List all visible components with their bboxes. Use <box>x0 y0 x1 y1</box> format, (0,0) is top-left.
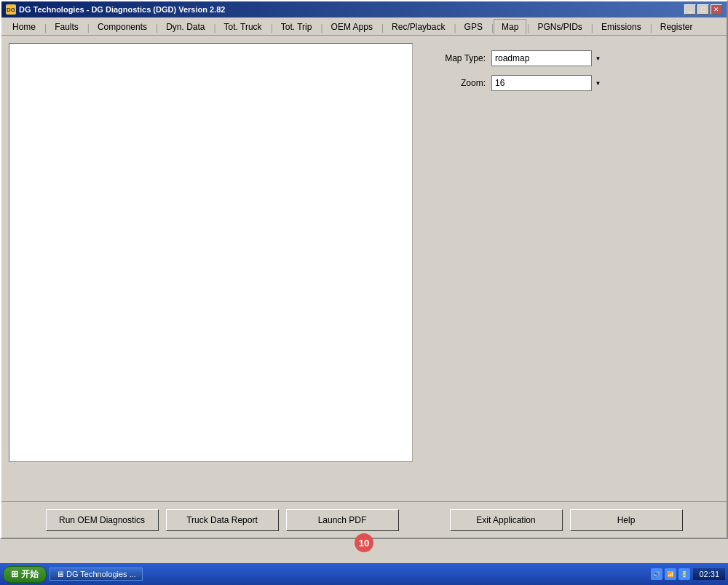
tab-tot-truck[interactable]: Tot. Truck <box>216 19 270 35</box>
taskbar: ⊞ 开始 🖥 DG Technologies ... 🔊 📶 🔋 02:31 <box>0 563 728 585</box>
truck-data-button[interactable]: Truck Data Report <box>166 509 279 531</box>
taskbar-right: 🔊 📶 🔋 02:31 <box>651 568 725 580</box>
taskbar-items: 🖥 DG Technologies ... <box>50 568 648 581</box>
close-button[interactable]: ✕ <box>711 4 722 15</box>
window-controls: _ □ ✕ <box>684 4 722 15</box>
tray-icon-3: 🔋 <box>678 568 690 580</box>
zoom-label: Zoom: <box>427 78 486 88</box>
tray-icons: 🔊 📶 🔋 <box>651 568 690 580</box>
window-title: DG Technologies - DG Diagnostics (DGD) V… <box>19 5 225 14</box>
map-type-label: Map Type: <box>427 53 486 63</box>
map-type-select[interactable]: roadmap satellite terrain hybrid <box>491 50 604 66</box>
taskbar-app-item[interactable]: 🖥 DG Technologies ... <box>50 568 143 581</box>
main-content: Map Type: roadmap satellite terrain hybr… <box>1 36 727 501</box>
taskbar-clock: 02:31 <box>693 568 725 580</box>
zoom-row: Zoom: 10 11 12 13 14 15 16 17 18 ▼ <box>427 75 712 91</box>
tray-icon-2: 📶 <box>665 568 676 580</box>
exit-application-button[interactable]: Exit Application <box>450 509 563 531</box>
minimize-button[interactable]: _ <box>684 4 696 15</box>
map-type-select-wrapper: roadmap satellite terrain hybrid ▼ <box>491 50 604 66</box>
bottom-bar: Run OEM Diagnostics Truck Data Report La… <box>1 501 727 538</box>
app-icon: DG <box>6 4 16 15</box>
tab-tot-trip[interactable]: Tot. Trip <box>273 19 320 35</box>
launch-pdf-button[interactable]: Launch PDF <box>286 509 399 531</box>
help-button[interactable]: Help <box>570 509 683 531</box>
windows-flag-icon: ⊞ <box>11 569 18 579</box>
taskbar-icon: 🖥 <box>56 570 64 578</box>
right-panel: Map Type: roadmap satellite terrain hybr… <box>420 43 719 494</box>
tab-map[interactable]: Map <box>494 19 526 35</box>
tab-pgns-pids[interactable]: PGNs/PIDs <box>529 19 590 35</box>
tab-rec-playback[interactable]: Rec/Playback <box>384 19 453 35</box>
main-window: DG DG Technologies - DG Diagnostics (DGD… <box>0 0 728 539</box>
restore-button[interactable]: □ <box>697 4 709 15</box>
tab-emissions[interactable]: Emissions <box>593 19 649 35</box>
taskbar-item-label: DG Technologies ... <box>66 570 136 578</box>
tab-faults[interactable]: Faults <box>47 19 87 35</box>
tab-register[interactable]: Register <box>652 19 701 35</box>
map-type-row: Map Type: roadmap satellite terrain hybr… <box>427 50 712 66</box>
tab-dyn-data[interactable]: Dyn. Data <box>158 19 213 35</box>
title-bar-left: DG DG Technologies - DG Diagnostics (DGD… <box>6 4 225 15</box>
tab-gps[interactable]: GPS <box>456 19 491 35</box>
tray-icon-1: 🔊 <box>651 568 662 580</box>
start-button[interactable]: ⊞ 开始 <box>3 566 47 583</box>
map-panel <box>9 43 413 462</box>
page-indicator: 10 <box>355 533 373 552</box>
start-label: 开始 <box>21 568 39 581</box>
tab-home[interactable]: Home <box>4 19 44 35</box>
tab-bar: Home | Faults | Components | Dyn. Data |… <box>1 17 727 36</box>
zoom-select[interactable]: 10 11 12 13 14 15 16 17 18 <box>491 75 604 91</box>
run-oem-button[interactable]: Run OEM Diagnostics <box>46 509 159 531</box>
title-bar: DG DG Technologies - DG Diagnostics (DGD… <box>1 1 727 17</box>
tab-oem-apps[interactable]: OEM Apps <box>323 19 381 35</box>
zoom-select-wrapper: 10 11 12 13 14 15 16 17 18 ▼ <box>491 75 604 91</box>
tab-components[interactable]: Components <box>90 19 155 35</box>
